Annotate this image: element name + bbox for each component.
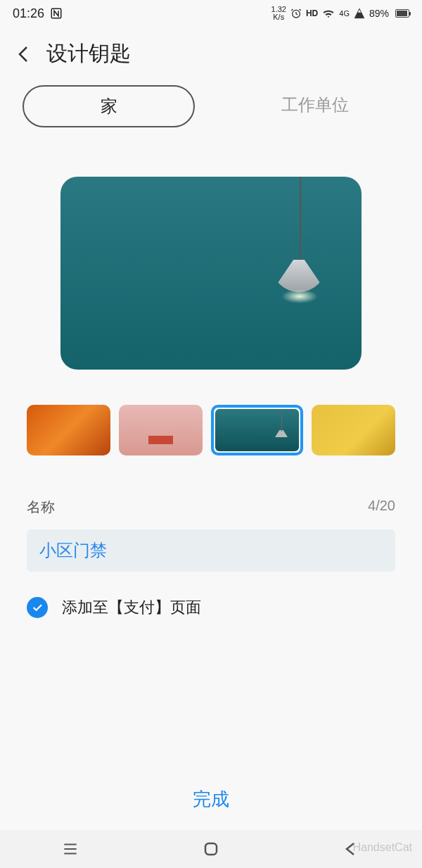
status-network: 4G [339, 9, 350, 18]
status-battery-pct: 89% [369, 8, 389, 19]
watermark: HandsetCat [353, 841, 413, 854]
back-button[interactable] [14, 44, 34, 64]
preview-image[interactable] [60, 177, 362, 370]
svg-rect-2 [205, 843, 217, 855]
nfc-icon [50, 7, 63, 20]
checkbox-add-to-pay[interactable] [27, 597, 48, 618]
nav-recents[interactable] [28, 840, 113, 858]
battery-icon [393, 9, 409, 18]
checkbox-label: 添加至【支付】页面 [62, 597, 201, 618]
thumb-teal[interactable] [211, 405, 303, 455]
nav-home[interactable] [169, 841, 253, 857]
checkbox-row[interactable]: 添加至【支付】页面 [0, 597, 422, 618]
status-speed: 1.32 K/s [271, 6, 286, 21]
name-section: 名称 4/20 小区门禁 [0, 498, 422, 572]
name-count: 4/20 [368, 498, 395, 517]
alarm-icon [290, 8, 302, 19]
header: 设计钥匙 [0, 27, 422, 85]
tabs: 家 工作单位 [0, 85, 422, 127]
tab-home[interactable]: 家 [23, 85, 195, 127]
status-hd: HD [306, 8, 318, 18]
status-time: 01:26 [13, 6, 44, 21]
done-button[interactable]: 完成 [0, 787, 422, 812]
thumbnails [0, 405, 422, 455]
tab-work[interactable]: 工作单位 [230, 85, 399, 127]
thumb-yellow[interactable] [312, 405, 395, 455]
thumb-orange[interactable] [27, 405, 110, 455]
thumb-pink[interactable] [119, 405, 203, 455]
signal-icon [354, 8, 365, 19]
name-input[interactable]: 小区门禁 [27, 529, 395, 572]
page-title: 设计钥匙 [46, 39, 131, 68]
wifi-icon [322, 7, 335, 20]
name-label: 名称 [27, 498, 55, 517]
status-bar: 01:26 1.32 K/s HD 4G 89% [0, 0, 422, 27]
